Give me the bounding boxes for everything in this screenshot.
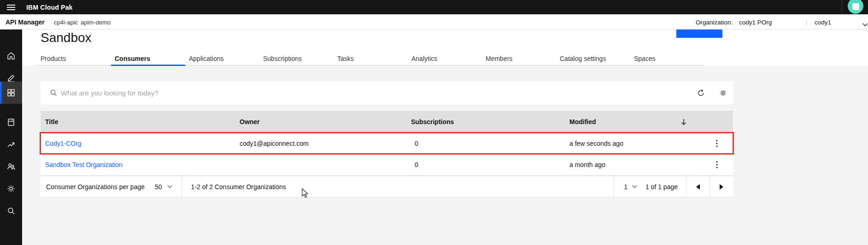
chevron-down-icon[interactable] bbox=[862, 20, 868, 29]
overflow-menu-icon bbox=[716, 139, 718, 148]
pagination-divider bbox=[182, 176, 182, 197]
menu-icon bbox=[7, 5, 15, 10]
grid-icon bbox=[6, 88, 16, 97]
organization-label: Organization: bbox=[696, 19, 733, 26]
tab-members[interactable]: Members bbox=[482, 52, 556, 66]
tab-products[interactable]: Products bbox=[37, 52, 111, 66]
column-header-title[interactable]: Title bbox=[45, 118, 59, 125]
org-title-link[interactable]: Cody1-COrg bbox=[45, 140, 82, 147]
pagination-bar: Consumer Organizations per page 50 1-2 o… bbox=[41, 176, 733, 197]
sidebar-item-catalog[interactable] bbox=[0, 111, 22, 133]
org-subscriptions: 0 bbox=[415, 161, 418, 168]
breadcrumb-instance[interactable]: cp4i-apic bbox=[54, 19, 78, 26]
items-per-page-select[interactable]: 50 bbox=[155, 183, 172, 191]
tab-label: Analytics bbox=[411, 55, 437, 62]
pagination-divider bbox=[614, 176, 614, 197]
column-header-subscriptions[interactable]: Subscriptions bbox=[411, 118, 454, 125]
sidebar-item-search[interactable] bbox=[0, 200, 22, 222]
tab-analytics[interactable]: Analytics bbox=[408, 52, 482, 66]
next-page-icon bbox=[720, 184, 723, 190]
tab-label: Applications bbox=[189, 55, 224, 62]
refresh-button[interactable] bbox=[693, 85, 709, 101]
org-modified: a few seconds ago bbox=[569, 140, 623, 147]
previous-page-icon bbox=[696, 184, 700, 190]
menu-toggle-button[interactable] bbox=[0, 0, 22, 14]
overflow-menu-button[interactable] bbox=[710, 157, 724, 172]
highlight-annotation-box bbox=[40, 132, 734, 155]
sidebar-item-settings[interactable] bbox=[0, 178, 22, 200]
organization-separator: | bbox=[806, 18, 807, 25]
current-user[interactable]: cody1 bbox=[815, 19, 831, 26]
search-icon bbox=[6, 206, 16, 215]
product-name: IBM Cloud Pak bbox=[26, 4, 73, 11]
tab-label: Tasks bbox=[337, 55, 354, 62]
sidebar-item-members[interactable] bbox=[0, 155, 22, 178]
items-per-page-label: Consumer Organizations per page bbox=[46, 183, 145, 191]
pagination-range-text: 1-2 of 2 Consumer Organizations bbox=[191, 183, 286, 191]
table-header-row: Title Owner Subscriptions Modified bbox=[41, 111, 733, 133]
tab-label: Catalog settings bbox=[560, 55, 606, 62]
items-per-page-value: 50 bbox=[155, 183, 162, 191]
tab-bar: Products Consumers Applications Subscrip… bbox=[37, 52, 704, 66]
org-owner: cody1@apiconnect.com bbox=[240, 140, 309, 147]
tab-consumers[interactable]: Consumers bbox=[111, 52, 185, 66]
page-title: Sandbox bbox=[41, 30, 92, 45]
gear-icon bbox=[719, 89, 727, 97]
page-count-text: 1 of 1 page bbox=[645, 183, 678, 191]
table-settings-button[interactable] bbox=[715, 85, 731, 101]
breadcrumb-env[interactable]: apim-demo bbox=[81, 19, 111, 26]
chevron-down-icon bbox=[167, 185, 172, 188]
sort-descending-icon[interactable] bbox=[680, 118, 687, 128]
tab-label: Spaces bbox=[634, 55, 656, 62]
tab-catalog-settings[interactable]: Catalog settings bbox=[556, 52, 630, 66]
home-icon bbox=[6, 51, 16, 60]
sidebar-item-manage-selected[interactable] bbox=[0, 82, 22, 104]
column-header-owner[interactable]: Owner bbox=[240, 118, 260, 125]
edit-icon bbox=[6, 73, 16, 83]
tab-label: Subscriptions bbox=[263, 55, 302, 62]
gear-icon bbox=[6, 184, 16, 193]
next-page-button[interactable] bbox=[710, 176, 733, 197]
user-avatar-button[interactable] bbox=[842, 0, 868, 14]
page-header: Sandbox Products Consumers Applications … bbox=[22, 30, 868, 66]
refresh-icon bbox=[697, 89, 705, 97]
org-subscriptions: 0 bbox=[415, 140, 418, 147]
overflow-menu-button[interactable] bbox=[710, 136, 724, 151]
tab-label: Consumers bbox=[115, 55, 150, 62]
tab-tasks[interactable]: Tasks bbox=[334, 52, 408, 66]
breadcrumb-separator: | bbox=[76, 18, 77, 25]
app-title: API Manager bbox=[6, 18, 45, 26]
catalog-icon bbox=[6, 118, 16, 127]
page-number-select[interactable]: 1 bbox=[624, 183, 637, 191]
tab-label: Products bbox=[41, 55, 66, 62]
column-header-modified[interactable]: Modified bbox=[569, 118, 596, 125]
tab-label: Members bbox=[486, 55, 512, 62]
org-modified: a month ago bbox=[569, 161, 605, 168]
side-nav bbox=[0, 30, 22, 245]
table-row-sandbox-test-org[interactable]: Sandbox Test Organization 0 a month ago bbox=[41, 154, 733, 176]
page-number-value: 1 bbox=[624, 183, 628, 191]
consumer-orgs-table: Title Owner Subscriptions Modified Cody1… bbox=[41, 111, 733, 197]
chevron-down-icon bbox=[632, 185, 637, 188]
previous-page-button[interactable] bbox=[686, 176, 710, 197]
tab-applications[interactable]: Applications bbox=[185, 52, 259, 66]
sidebar-item-home[interactable] bbox=[0, 45, 22, 67]
global-header: IBM Cloud Pak bbox=[0, 0, 868, 14]
people-icon bbox=[6, 162, 16, 171]
table-row-cody1-corg[interactable]: Cody1-COrg cody1@apiconnect.com 0 a few … bbox=[41, 133, 733, 154]
primary-action-button[interactable] bbox=[676, 30, 722, 38]
avatar-glyph bbox=[852, 3, 859, 10]
search-input[interactable] bbox=[61, 81, 678, 104]
analytics-icon bbox=[6, 140, 16, 149]
tab-spaces[interactable]: Spaces bbox=[630, 52, 704, 66]
search-icon bbox=[50, 89, 57, 98]
org-title-link[interactable]: Sandbox Test Organization bbox=[45, 161, 123, 168]
overflow-menu-icon bbox=[716, 161, 718, 169]
tab-subscriptions[interactable]: Subscriptions bbox=[259, 52, 334, 66]
search-toolbar bbox=[41, 81, 733, 104]
sidebar-item-analytics[interactable] bbox=[0, 133, 22, 155]
avatar bbox=[848, 0, 863, 14]
organization-value[interactable]: cody1 POrg bbox=[739, 19, 772, 26]
app-header: API Manager cp4i-apic | apim-demo Organi… bbox=[0, 14, 868, 30]
